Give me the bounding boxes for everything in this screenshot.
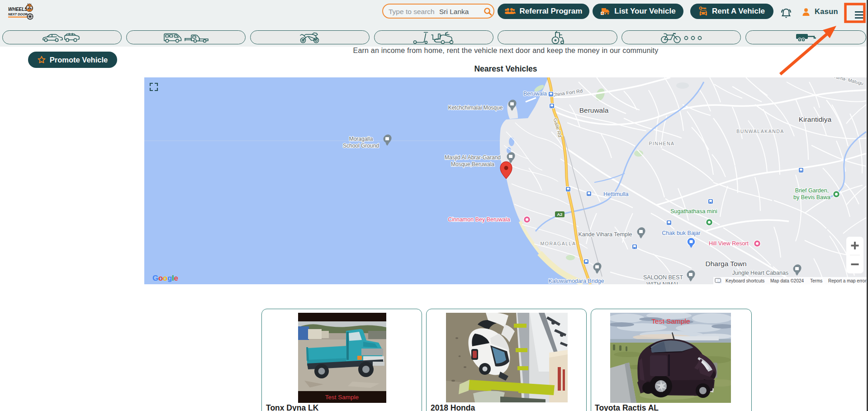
svg-text:Cinnamon Bey Beruwala: Cinnamon Bey Beruwala <box>448 216 510 223</box>
svg-text:g: g <box>167 274 172 282</box>
svg-text:G: G <box>152 274 158 282</box>
svg-text:Keyboard shortcuts: Keyboard shortcuts <box>726 278 764 283</box>
svg-text:Beruwala: Beruwala <box>523 91 547 97</box>
svg-text:e: e <box>174 274 178 282</box>
svg-text:Beruwala: Beruwala <box>579 106 609 114</box>
svg-text:Kaluwamodara Bridge: Kaluwamodara Bridge <box>549 278 604 284</box>
svg-text:SALOON BEST: SALOON BEST <box>643 274 683 281</box>
svg-text:Report a map error: Report a map error <box>828 278 867 283</box>
svg-text:by Bevis Bawa: by Bevis Bawa <box>793 194 830 201</box>
svg-text:Terms: Terms <box>810 278 822 283</box>
svg-text:NEXT DOOR: NEXT DOOR <box>8 12 28 16</box>
svg-text:Kirantidiya: Kirantidiya <box>799 115 832 123</box>
svg-text:Dharga Town: Dharga Town <box>705 260 746 268</box>
svg-text:Chak buk Bajar: Chak buk Bajar <box>662 230 700 236</box>
svg-text:Masjid Al Abrar-Garand: Masjid Al Abrar-Garand <box>445 154 501 161</box>
svg-text:Sugathathasa mini: Sugathathasa mini <box>670 208 717 215</box>
svg-text:A2: A2 <box>557 212 562 217</box>
svg-text:School Ground: School Ground <box>343 143 379 149</box>
svg-text:WHEELS: WHEELS <box>8 7 28 12</box>
svg-text:MORAGALLA: MORAGALLA <box>541 241 576 246</box>
svg-text:Kande Vihara Temple: Kande Vihara Temple <box>578 231 632 238</box>
svg-text:Test Sample: Test Sample <box>325 394 359 401</box>
svg-text:Jungle Heart Cabanas: Jungle Heart Cabanas <box>732 270 788 276</box>
svg-text:Ketchchimalai Mosque: Ketchchimalai Mosque <box>448 105 503 111</box>
svg-text:Hill View Resort: Hill View Resort <box>709 240 749 247</box>
svg-text:Hettimulla: Hettimulla <box>603 191 629 197</box>
svg-text:BUNWALAKANDA: BUNWALAKANDA <box>736 129 784 134</box>
svg-text:WITH NIMAL: WITH NIMAL <box>646 281 680 284</box>
svg-text:Mosque,Beruwala: Mosque,Beruwala <box>451 161 494 167</box>
svg-text:Brief Garden,: Brief Garden, <box>795 187 829 194</box>
svg-text:Map data ©2024: Map data ©2024 <box>770 278 804 283</box>
svg-text:Test Sample: Test Sample <box>651 317 690 325</box>
svg-text:o: o <box>158 274 163 282</box>
svg-text:o: o <box>163 274 167 282</box>
svg-text:Moragalla: Moragalla <box>349 136 373 142</box>
svg-text:PINHENA: PINHENA <box>649 141 674 146</box>
